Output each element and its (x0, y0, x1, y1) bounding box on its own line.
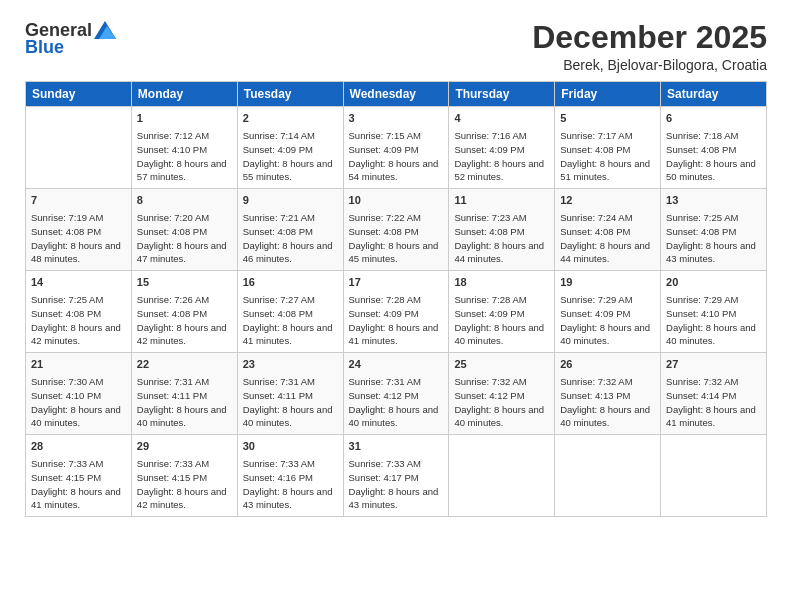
table-row: 15 Sunrise: 7:26 AM Sunset: 4:08 PM Dayl… (131, 271, 237, 353)
calendar-week-row: 7 Sunrise: 7:19 AM Sunset: 4:08 PM Dayli… (26, 189, 767, 271)
sunrise-text: Sunrise: 7:12 AM (137, 130, 209, 141)
daylight-text: Daylight: 8 hours and 52 minutes. (454, 158, 544, 183)
day-number: 23 (243, 357, 338, 373)
table-row: 14 Sunrise: 7:25 AM Sunset: 4:08 PM Dayl… (26, 271, 132, 353)
sunset-text: Sunset: 4:08 PM (31, 308, 101, 319)
day-number: 17 (349, 275, 444, 291)
table-row: 17 Sunrise: 7:28 AM Sunset: 4:09 PM Dayl… (343, 271, 449, 353)
calendar-table: Sunday Monday Tuesday Wednesday Thursday… (25, 81, 767, 517)
daylight-text: Daylight: 8 hours and 45 minutes. (349, 240, 439, 265)
sunrise-text: Sunrise: 7:32 AM (454, 376, 526, 387)
daylight-text: Daylight: 8 hours and 44 minutes. (560, 240, 650, 265)
table-row: 28 Sunrise: 7:33 AM Sunset: 4:15 PM Dayl… (26, 435, 132, 517)
day-number: 21 (31, 357, 126, 373)
sunset-text: Sunset: 4:16 PM (243, 472, 313, 483)
day-number: 29 (137, 439, 232, 455)
day-number: 18 (454, 275, 549, 291)
sunrise-text: Sunrise: 7:18 AM (666, 130, 738, 141)
daylight-text: Daylight: 8 hours and 40 minutes. (560, 404, 650, 429)
day-number: 3 (349, 111, 444, 127)
sunrise-text: Sunrise: 7:33 AM (243, 458, 315, 469)
day-number: 7 (31, 193, 126, 209)
day-number: 10 (349, 193, 444, 209)
calendar-week-row: 14 Sunrise: 7:25 AM Sunset: 4:08 PM Dayl… (26, 271, 767, 353)
calendar-week-row: 21 Sunrise: 7:30 AM Sunset: 4:10 PM Dayl… (26, 353, 767, 435)
sunrise-text: Sunrise: 7:22 AM (349, 212, 421, 223)
daylight-text: Daylight: 8 hours and 41 minutes. (31, 486, 121, 511)
logo-icon (94, 21, 116, 39)
sunrise-text: Sunrise: 7:14 AM (243, 130, 315, 141)
sunrise-text: Sunrise: 7:28 AM (454, 294, 526, 305)
sunset-text: Sunset: 4:08 PM (137, 308, 207, 319)
daylight-text: Daylight: 8 hours and 40 minutes. (454, 404, 544, 429)
calendar-header-row: Sunday Monday Tuesday Wednesday Thursday… (26, 82, 767, 107)
daylight-text: Daylight: 8 hours and 40 minutes. (349, 404, 439, 429)
table-row: 30 Sunrise: 7:33 AM Sunset: 4:16 PM Dayl… (237, 435, 343, 517)
sunrise-text: Sunrise: 7:28 AM (349, 294, 421, 305)
day-number: 8 (137, 193, 232, 209)
table-row: 3 Sunrise: 7:15 AM Sunset: 4:09 PM Dayli… (343, 107, 449, 189)
sunrise-text: Sunrise: 7:23 AM (454, 212, 526, 223)
daylight-text: Daylight: 8 hours and 40 minutes. (243, 404, 333, 429)
daylight-text: Daylight: 8 hours and 41 minutes. (666, 404, 756, 429)
sunrise-text: Sunrise: 7:31 AM (243, 376, 315, 387)
sunrise-text: Sunrise: 7:27 AM (243, 294, 315, 305)
table-row: 6 Sunrise: 7:18 AM Sunset: 4:08 PM Dayli… (661, 107, 767, 189)
day-number: 31 (349, 439, 444, 455)
day-number: 28 (31, 439, 126, 455)
daylight-text: Daylight: 8 hours and 43 minutes. (349, 486, 439, 511)
header-friday: Friday (555, 82, 661, 107)
day-number: 14 (31, 275, 126, 291)
sunset-text: Sunset: 4:11 PM (137, 390, 207, 401)
header-tuesday: Tuesday (237, 82, 343, 107)
table-row: 13 Sunrise: 7:25 AM Sunset: 4:08 PM Dayl… (661, 189, 767, 271)
sunset-text: Sunset: 4:08 PM (454, 226, 524, 237)
sunset-text: Sunset: 4:10 PM (666, 308, 736, 319)
sunset-text: Sunset: 4:14 PM (666, 390, 736, 401)
sunset-text: Sunset: 4:17 PM (349, 472, 419, 483)
day-number: 27 (666, 357, 761, 373)
table-row: 19 Sunrise: 7:29 AM Sunset: 4:09 PM Dayl… (555, 271, 661, 353)
daylight-text: Daylight: 8 hours and 47 minutes. (137, 240, 227, 265)
sunset-text: Sunset: 4:11 PM (243, 390, 313, 401)
daylight-text: Daylight: 8 hours and 40 minutes. (666, 322, 756, 347)
sunset-text: Sunset: 4:09 PM (454, 144, 524, 155)
table-row: 29 Sunrise: 7:33 AM Sunset: 4:15 PM Dayl… (131, 435, 237, 517)
day-number: 25 (454, 357, 549, 373)
sunset-text: Sunset: 4:09 PM (560, 308, 630, 319)
sunset-text: Sunset: 4:09 PM (349, 308, 419, 319)
daylight-text: Daylight: 8 hours and 42 minutes. (137, 486, 227, 511)
sunset-text: Sunset: 4:12 PM (454, 390, 524, 401)
day-number: 13 (666, 193, 761, 209)
sunset-text: Sunset: 4:08 PM (560, 144, 630, 155)
sunrise-text: Sunrise: 7:31 AM (137, 376, 209, 387)
day-number: 6 (666, 111, 761, 127)
location-title: Berek, Bjelovar-Bilogora, Croatia (532, 57, 767, 73)
logo: General Blue (25, 20, 116, 58)
sunset-text: Sunset: 4:15 PM (137, 472, 207, 483)
sunrise-text: Sunrise: 7:30 AM (31, 376, 103, 387)
sunset-text: Sunset: 4:08 PM (666, 144, 736, 155)
table-row: 18 Sunrise: 7:28 AM Sunset: 4:09 PM Dayl… (449, 271, 555, 353)
day-number: 2 (243, 111, 338, 127)
sunrise-text: Sunrise: 7:33 AM (137, 458, 209, 469)
day-number: 12 (560, 193, 655, 209)
day-number: 20 (666, 275, 761, 291)
title-area: December 2025 Berek, Bjelovar-Bilogora, … (532, 20, 767, 73)
daylight-text: Daylight: 8 hours and 51 minutes. (560, 158, 650, 183)
table-row (661, 435, 767, 517)
table-row: 5 Sunrise: 7:17 AM Sunset: 4:08 PM Dayli… (555, 107, 661, 189)
table-row: 21 Sunrise: 7:30 AM Sunset: 4:10 PM Dayl… (26, 353, 132, 435)
sunrise-text: Sunrise: 7:25 AM (31, 294, 103, 305)
daylight-text: Daylight: 8 hours and 46 minutes. (243, 240, 333, 265)
sunrise-text: Sunrise: 7:29 AM (666, 294, 738, 305)
month-title: December 2025 (532, 20, 767, 55)
sunset-text: Sunset: 4:08 PM (31, 226, 101, 237)
daylight-text: Daylight: 8 hours and 54 minutes. (349, 158, 439, 183)
sunrise-text: Sunrise: 7:17 AM (560, 130, 632, 141)
day-number: 5 (560, 111, 655, 127)
header-saturday: Saturday (661, 82, 767, 107)
sunrise-text: Sunrise: 7:15 AM (349, 130, 421, 141)
day-number: 24 (349, 357, 444, 373)
day-number: 22 (137, 357, 232, 373)
